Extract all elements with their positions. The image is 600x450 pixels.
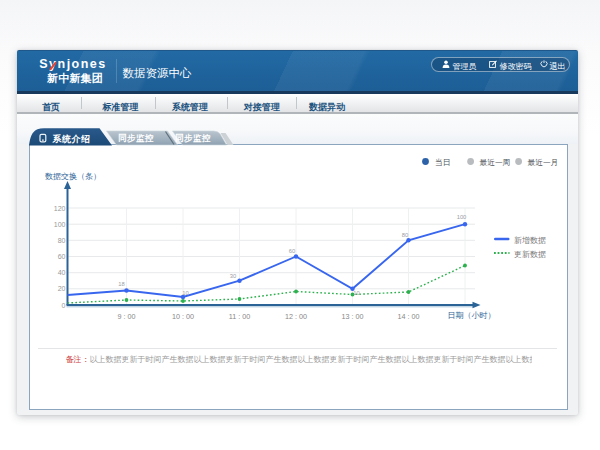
svg-text:0: 0 — [62, 302, 66, 309]
svg-text:30: 30 — [230, 273, 236, 279]
svg-text:14 : 00: 14 : 00 — [398, 312, 420, 321]
svg-text:12 : 00: 12 : 00 — [285, 312, 307, 321]
svg-text:60: 60 — [58, 253, 66, 260]
svg-text:更新数据: 更新数据 — [514, 250, 546, 259]
svg-text:新增数据: 新增数据 — [514, 236, 546, 245]
svg-text:80: 80 — [58, 237, 66, 244]
svg-text:同步监控: 同步监控 — [175, 133, 211, 143]
svg-text:日期（小时）: 日期（小时） — [448, 311, 496, 320]
svg-text:数据交换（条）: 数据交换（条） — [45, 172, 101, 181]
svg-text:13 : 00: 13 : 00 — [342, 312, 364, 321]
svg-text:18: 18 — [118, 281, 124, 287]
svg-text:100: 100 — [54, 221, 66, 228]
svg-text:11 : 00: 11 : 00 — [229, 312, 250, 321]
svg-text:10: 10 — [353, 290, 359, 296]
svg-text:9 : 00: 9 : 00 — [118, 312, 136, 321]
svg-text:100: 100 — [457, 214, 467, 220]
svg-text:40: 40 — [58, 269, 66, 276]
svg-text:80: 80 — [402, 232, 408, 238]
svg-text:20: 20 — [58, 285, 66, 292]
svg-text:最近一周: 最近一周 — [480, 158, 511, 167]
svg-text:系统介绍: 系统介绍 — [52, 134, 91, 144]
svg-text:当日: 当日 — [435, 158, 450, 167]
svg-text:最近一月: 最近一月 — [528, 158, 559, 167]
svg-text:10 : 00: 10 : 00 — [172, 312, 194, 321]
svg-text:10: 10 — [182, 290, 188, 296]
svg-text:60: 60 — [289, 248, 295, 254]
svg-text:120: 120 — [54, 205, 66, 212]
svg-text:同步监控: 同步监控 — [118, 133, 154, 143]
